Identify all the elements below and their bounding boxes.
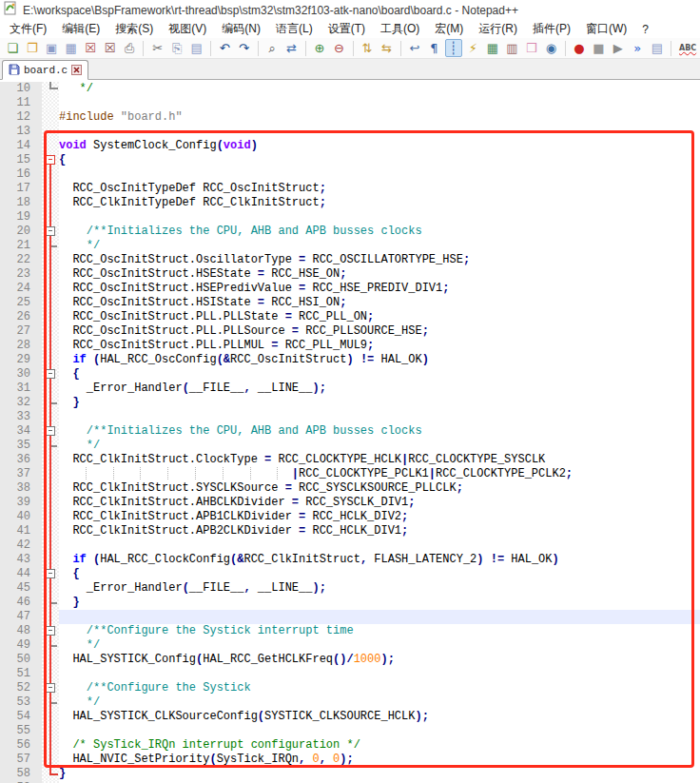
copy-icon[interactable]: ⎘ — [168, 39, 185, 57]
code-line[interactable]: 29 if (HAL_RCC_OscConfig(&RCC_OscInitStr… — [0, 353, 700, 367]
word-wrap-icon[interactable]: ↩ — [406, 39, 423, 57]
redo-icon[interactable]: ↷ — [235, 39, 252, 57]
paste-icon[interactable]: ▤ — [187, 39, 204, 57]
menu-item-7[interactable]: 工具(O) — [373, 20, 427, 38]
menu-item-0[interactable]: 文件(F) — [2, 20, 54, 38]
code-line[interactable]: 56 /* SysTick_IRQn interrupt configurati… — [0, 738, 700, 753]
cut-icon[interactable]: ✂ — [148, 39, 165, 57]
save-all-icon[interactable]: ▦ — [62, 39, 79, 57]
code-line[interactable]: 28 RCC_OscInitStruct.PLL.PLLMUL = RCC_PL… — [0, 339, 700, 353]
code-line[interactable]: 26 RCC_OscInitStruct.PLL.PLLState = RCC_… — [0, 310, 700, 324]
zoom-in-icon[interactable]: ⊕ — [311, 39, 328, 57]
code-line[interactable]: 24 RCC_OscInitStruct.HSEPredivValue = RC… — [0, 282, 700, 296]
doc-switcher-icon[interactable]: ▥ — [503, 39, 520, 57]
code-line[interactable]: 31 _Error_Handler(__FILE__, __LINE__); — [0, 382, 700, 396]
menu-item-4[interactable]: 编码(N) — [214, 20, 268, 38]
macro-play-icon[interactable]: ▶ — [610, 39, 627, 57]
close-icon[interactable]: ☒ — [82, 39, 99, 57]
code-line[interactable]: 36 RCC_ClkInitStruct.ClockType = RCC_CLO… — [0, 453, 700, 467]
fold-collapse-icon[interactable] — [46, 683, 55, 693]
menu-item-8[interactable]: 宏(M) — [427, 20, 471, 38]
document-map-icon[interactable]: ▦ — [484, 39, 501, 57]
code-line[interactable]: 10 */ — [0, 82, 700, 96]
code-line[interactable]: 48 /**Configure the Systick interrupt ti… — [0, 624, 700, 638]
monitoring-icon[interactable]: ◉ — [542, 39, 559, 57]
zoom-out-icon[interactable]: ⊖ — [330, 39, 347, 57]
print-icon[interactable]: ⎙ — [121, 39, 138, 57]
spell-check-icon[interactable]: ABC — [676, 39, 699, 57]
code-line[interactable]: 11 — [0, 96, 700, 110]
fold-collapse-icon[interactable] — [46, 226, 55, 236]
save-icon[interactable]: ▣ — [43, 39, 60, 57]
fold-collapse-icon[interactable] — [46, 155, 55, 165]
code-line[interactable]: 37 |RCC_CLOCKTYPE_PCLK1|RCC_CLOCKTYPE_PC… — [0, 467, 700, 481]
menu-item-1[interactable]: 编辑(E) — [54, 20, 107, 38]
code-line[interactable]: 40 RCC_ClkInitStruct.APB1CLKDivider = RC… — [0, 510, 700, 524]
macro-stop-icon[interactable]: ■ — [590, 39, 607, 57]
code-line[interactable]: 16 — [0, 167, 700, 182]
undo-icon[interactable]: ↶ — [216, 39, 233, 57]
code-line[interactable]: 27 RCC_OscInitStruct.PLL.PLLSource = RCC… — [0, 324, 700, 339]
code-line[interactable]: 12#include "board.h" — [0, 110, 700, 125]
fold-collapse-icon[interactable] — [46, 626, 55, 636]
menu-item-10[interactable]: 插件(P) — [525, 20, 578, 38]
menu-item-6[interactable]: 设置(T) — [321, 20, 373, 38]
tab-close-icon[interactable] — [71, 62, 82, 79]
code-line[interactable]: 19 — [0, 210, 700, 225]
code-line[interactable]: 41 RCC_ClkInitStruct.APB2CLKDivider = RC… — [0, 524, 700, 538]
macro-run-multiple-icon[interactable]: » — [629, 39, 646, 57]
code-line[interactable]: 43 if (HAL_RCC_ClockConfig(&RCC_ClkInitS… — [0, 553, 700, 567]
menu-item-11[interactable]: 窗口(W) — [578, 20, 634, 38]
code-line[interactable]: 20 /**Initializes the CPU, AHB and APB b… — [0, 225, 700, 239]
code-line[interactable]: 30 { — [0, 367, 700, 382]
menu-item-12[interactable]: ? — [634, 22, 656, 37]
editor-area[interactable]: 10 */1112#include "board.h"1314void Syst… — [0, 80, 700, 783]
tab-board-c[interactable]: board.c — [2, 60, 88, 80]
code-line[interactable]: 58} — [0, 767, 700, 781]
code-line[interactable]: 25 RCC_OscInitStruct.HSIState = RCC_HSI_… — [0, 296, 700, 310]
code-line[interactable]: 47 — [0, 610, 700, 624]
function-list-icon[interactable]: ⚡ — [464, 39, 481, 57]
close-all-icon[interactable]: ☒ — [101, 39, 118, 57]
code-line[interactable]: 21 */ — [0, 239, 700, 253]
code-line[interactable]: 45 _Error_Handler(__FILE__, __LINE__); — [0, 581, 700, 596]
code-line[interactable]: 32 } — [0, 396, 700, 410]
fold-collapse-icon[interactable] — [46, 369, 55, 379]
code-line[interactable]: 34 /**Initializes the CPU, AHB and APB b… — [0, 424, 700, 439]
code-line[interactable]: 51 — [0, 667, 700, 681]
code-line[interactable]: 13 — [0, 125, 700, 139]
fold-collapse-icon[interactable] — [46, 426, 55, 436]
code-line[interactable]: 44 { — [0, 567, 700, 581]
menu-item-3[interactable]: 视图(V) — [161, 20, 214, 38]
macro-record-icon[interactable]: ● — [571, 39, 588, 57]
title-bar[interactable]: E:\workspace\BspFramework\rt-thread\bsp\… — [0, 0, 700, 20]
code-line[interactable]: 42 — [0, 538, 700, 553]
folder-as-workspace-icon[interactable]: ❒ — [523, 39, 540, 57]
macro-save-icon[interactable]: ▤ — [649, 39, 666, 57]
show-all-characters-icon[interactable]: ¶ — [425, 39, 442, 57]
code-line[interactable]: 49 */ — [0, 638, 700, 653]
code-line[interactable]: 15{ — [0, 153, 700, 167]
code-line[interactable]: 57 HAL_NVIC_SetPriority(SysTick_IRQn, 0,… — [0, 753, 700, 767]
code-line[interactable]: 52 /**Configure the Systick — [0, 681, 700, 695]
code-line[interactable]: 55 — [0, 724, 700, 738]
code-line[interactable]: 23 RCC_OscInitStruct.HSEState = RCC_HSE_… — [0, 267, 700, 282]
code-line[interactable]: 46 } — [0, 596, 700, 610]
menu-item-5[interactable]: 语言(L) — [268, 20, 321, 38]
fold-collapse-icon[interactable] — [46, 569, 55, 578]
code-line[interactable]: 35 */ — [0, 439, 700, 453]
sync-horizontal-scroll-icon[interactable]: ⇆ — [378, 39, 395, 57]
code-line[interactable]: 22 RCC_OscInitStruct.OscillatorType = RC… — [0, 253, 700, 267]
sync-vertical-scroll-icon[interactable]: ⇅ — [359, 39, 376, 57]
code-line[interactable]: 14void SystemClock_Config(void) — [0, 139, 700, 153]
replace-icon[interactable]: ⇄ — [282, 39, 300, 57]
indent-guide-icon[interactable]: ┊ — [445, 39, 462, 57]
code-line[interactable]: 54 HAL_SYSTICK_CLKSourceConfig(SYSTICK_C… — [0, 710, 700, 724]
code-line[interactable]: 39 RCC_ClkInitStruct.AHBCLKDivider = RCC… — [0, 496, 700, 510]
code-line[interactable]: 17 RCC_OscInitTypeDef RCC_OscInitStruct; — [0, 182, 700, 196]
code-line[interactable]: 53 */ — [0, 695, 700, 710]
code-line[interactable]: 38 RCC_ClkInitStruct.SYSCLKSource = RCC_… — [0, 481, 700, 496]
open-file-icon[interactable]: ❐ — [23, 39, 40, 57]
code-line[interactable]: 50 HAL_SYSTICK_Config(HAL_RCC_GetHCLKFre… — [0, 653, 700, 667]
code-line[interactable]: 18 RCC_ClkInitTypeDef RCC_ClkInitStruct; — [0, 196, 700, 210]
